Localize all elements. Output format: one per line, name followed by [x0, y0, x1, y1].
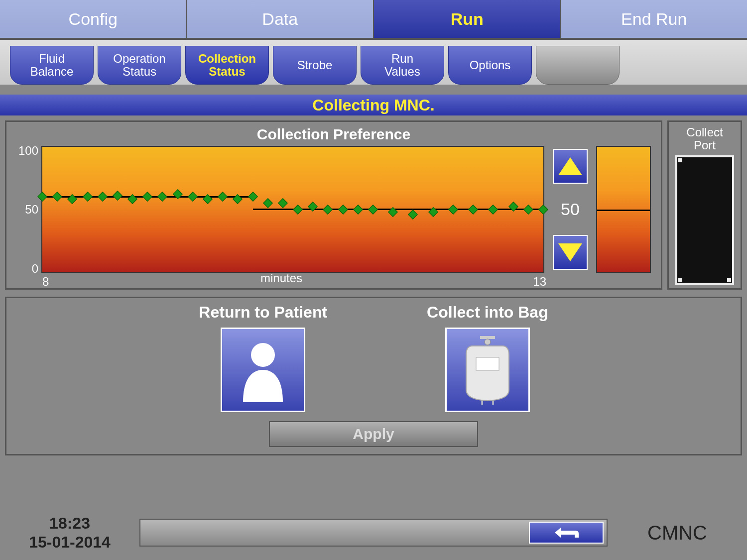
y-tick-100: 100	[16, 144, 38, 158]
chart-plot	[41, 146, 544, 273]
subtab-options[interactable]: Options	[448, 46, 532, 85]
subtab-fluid-balance[interactable]: Fluid Balance	[10, 46, 94, 85]
collect-into-bag-button[interactable]	[445, 328, 530, 412]
chart-title: Collection Preference	[16, 126, 651, 143]
collect-port-image	[675, 155, 734, 285]
collection-pref-value: 50	[561, 200, 580, 219]
patient-icon	[236, 337, 290, 402]
y-axis: 100 50 0	[16, 146, 41, 273]
bag-icon	[460, 335, 515, 405]
subtab-blank	[536, 46, 620, 85]
y-tick-50: 50	[16, 203, 38, 217]
svg-rect-1	[480, 336, 495, 339]
subtab-run-values[interactable]: Run Values	[361, 46, 444, 85]
tab-run[interactable]: Run	[374, 0, 561, 38]
decrease-button[interactable]	[553, 235, 588, 270]
tab-config[interactable]: Config	[0, 0, 187, 38]
footer-datetime: 18:23 15-01-2014	[15, 514, 124, 552]
svg-rect-3	[476, 357, 499, 370]
footer-bar	[139, 519, 608, 547]
collect-port-panel: Collect Port	[667, 120, 742, 290]
svg-point-0	[251, 343, 275, 367]
collect-port-title: Collect Port	[673, 126, 737, 152]
return-to-patient-button[interactable]	[221, 328, 305, 412]
tab-data[interactable]: Data	[187, 0, 374, 38]
footer-mode: CMNC	[622, 522, 732, 544]
action-panel: Return to Patient Collect into Bag	[5, 297, 742, 455]
back-arrow-icon	[549, 525, 584, 540]
chart-panel: Collection Preference 100 50 0 50	[5, 120, 662, 290]
return-to-patient-label: Return to Patient	[199, 303, 327, 322]
arrow-up-icon	[558, 157, 582, 175]
status-bar: Collecting MNC.	[0, 95, 747, 115]
x-axis-label: minutes	[6, 271, 556, 285]
apply-button[interactable]: Apply	[269, 421, 478, 447]
tab-end-run[interactable]: End Run	[561, 0, 747, 38]
svg-point-2	[485, 339, 491, 345]
chart-mini-plot	[596, 146, 651, 273]
subtab-strobe[interactable]: Strobe	[273, 46, 357, 85]
back-button[interactable]	[529, 522, 604, 544]
increase-button[interactable]	[553, 149, 588, 184]
collect-into-bag-label: Collect into Bag	[427, 303, 548, 322]
subtab-operation-status[interactable]: Operation Status	[98, 46, 181, 85]
subtab-collection-status[interactable]: Collection Status	[185, 46, 269, 85]
footer-date: 15-01-2014	[15, 533, 124, 552]
arrow-down-icon	[558, 243, 582, 261]
footer-time: 18:23	[15, 514, 124, 533]
